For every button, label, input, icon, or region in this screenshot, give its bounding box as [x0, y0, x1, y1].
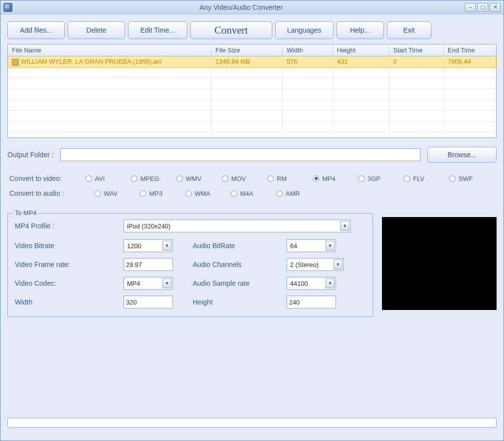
radio-icon — [231, 190, 237, 197]
help-button[interactable]: Help... — [336, 21, 384, 39]
audio-format-label: Convert to audio : — [9, 189, 94, 197]
width-input[interactable] — [124, 296, 173, 309]
radio-icon — [222, 176, 228, 182]
video-format-flv[interactable]: FLV — [404, 175, 449, 182]
video-format-mpeg[interactable]: MPEG — [131, 175, 176, 182]
languages-button[interactable]: Languages — [275, 21, 334, 39]
add-files-button[interactable]: Add files... — [7, 21, 65, 39]
output-folder-input[interactable] — [60, 148, 420, 161]
video-format-rm[interactable]: RM — [267, 175, 313, 182]
video-format-group: AVIMPEGWMVMOVRMMP43GPFLVSWF — [85, 175, 495, 182]
cell-start-time: 0 — [389, 56, 444, 67]
encoding-title: To MP4 — [13, 209, 39, 217]
radio-icon — [140, 190, 146, 197]
audio-channels-label: Audio Channels — [193, 261, 287, 268]
table-row[interactable]: WILLIAM WYLER. LA GRAN PRUEBA (1956).avi… — [8, 56, 496, 67]
header-end-time[interactable]: End Time — [444, 44, 496, 56]
format-section: Convert to video: AVIMPEGWMVMOVRMMP43GPF… — [9, 175, 495, 204]
audio-format-m4a[interactable]: M4A — [231, 190, 276, 197]
radio-label: WMA — [195, 190, 210, 197]
video-format-3gp[interactable]: 3GP — [358, 175, 404, 182]
radio-label: WMV — [186, 175, 202, 182]
table-header: File Name File Size Width Height Start T… — [8, 44, 496, 56]
audio-sample-rate-dropdown[interactable]: 44100▼ — [287, 277, 336, 290]
table-row[interactable] — [8, 78, 496, 89]
delete-button[interactable]: Delete — [68, 21, 125, 39]
height-label: Height — [193, 298, 287, 306]
chevron-down-icon: ▼ — [326, 278, 335, 288]
radio-label: MOV — [231, 175, 246, 182]
audio-format-amr[interactable]: AMR — [276, 190, 322, 197]
exit-button[interactable]: Exit — [387, 21, 431, 39]
chevron-down-icon: ▼ — [334, 260, 342, 269]
settings-grid: Video Bitrate 1200▼ Audio BitRate 64▼ Vi… — [15, 239, 366, 309]
header-width[interactable]: Width — [283, 44, 333, 56]
audio-format-row: Convert to audio : WAVMP3WMAM4AAMR — [9, 189, 495, 197]
cell-height: 432 — [333, 56, 389, 67]
video-bitrate-label: Video Bitrate — [15, 242, 124, 250]
audio-format-mp3[interactable]: MP3 — [140, 190, 185, 197]
video-format-swf[interactable]: SWF — [449, 175, 495, 182]
video-format-avi[interactable]: AVI — [85, 175, 131, 182]
progress-bar — [7, 418, 497, 428]
audio-format-wma[interactable]: WMA — [185, 190, 231, 197]
browse-button[interactable]: Browse... — [427, 147, 497, 163]
video-format-wmv[interactable]: WMV — [176, 175, 222, 182]
width-label: Width — [15, 298, 124, 306]
radio-label: MP3 — [149, 190, 163, 197]
audio-bitrate-label: Audio BitRate — [193, 242, 287, 250]
header-height[interactable]: Height — [333, 44, 389, 56]
video-format-mov[interactable]: MOV — [222, 175, 267, 182]
close-button[interactable]: ✕ — [490, 3, 501, 12]
video-codec-value: MP4 — [127, 280, 163, 287]
radio-icon — [358, 176, 365, 182]
radio-label: SWF — [459, 175, 473, 182]
toolbar: Add files... Delete Edit Time... Convert… — [0, 14, 504, 44]
video-format-mp4[interactable]: MP4 — [313, 175, 358, 182]
audio-format-group: WAVMP3WMAM4AAMR — [94, 190, 495, 197]
radio-icon — [404, 176, 410, 182]
height-input[interactable] — [287, 296, 336, 309]
maximize-button[interactable]: ▢ — [477, 3, 488, 12]
audio-sample-rate-value: 44100 — [290, 280, 326, 287]
radio-label: MPEG — [140, 175, 159, 182]
radio-label: FLV — [413, 175, 424, 182]
cell-end-time: 7908,44 — [444, 56, 496, 67]
app-window: Any Video/Audio Converter – ▢ ✕ Add file… — [0, 0, 504, 441]
edit-time-button[interactable]: Edit Time... — [128, 21, 187, 39]
audio-channels-dropdown[interactable]: 2 (Stereo)▼ — [287, 258, 344, 271]
cell-width: 576 — [283, 56, 333, 67]
output-folder-label: Output Folder : — [7, 151, 53, 159]
radio-icon — [131, 176, 137, 182]
header-start-time[interactable]: Start Time — [389, 44, 444, 56]
table-row[interactable] — [8, 122, 496, 132]
table-row[interactable] — [8, 100, 496, 111]
minimize-button[interactable]: – — [465, 3, 476, 12]
radio-label: WAV — [104, 190, 118, 197]
video-format-label: Convert to video: — [9, 175, 85, 182]
radio-icon — [313, 176, 319, 182]
titlebar: Any Video/Audio Converter – ▢ ✕ — [0, 0, 504, 14]
app-icon — [3, 3, 12, 12]
audio-format-wav[interactable]: WAV — [94, 190, 140, 197]
video-bitrate-dropdown[interactable]: 1200▼ — [124, 239, 173, 252]
audio-bitrate-dropdown[interactable]: 64▼ — [287, 239, 336, 252]
table-row[interactable] — [8, 111, 496, 122]
convert-button[interactable]: Convert — [190, 21, 272, 39]
radio-icon — [185, 190, 192, 197]
header-file-name[interactable]: File Name — [8, 44, 211, 56]
header-file-size[interactable]: File Size — [211, 44, 283, 56]
video-codec-dropdown[interactable]: MP4▼ — [124, 277, 173, 290]
profile-row: MP4 Profile : iPod (320x240) ▼ — [15, 220, 366, 232]
encoding-row: To MP4 MP4 Profile : iPod (320x240) ▼ Vi… — [7, 213, 497, 317]
chevron-down-icon: ▼ — [163, 278, 171, 288]
audio-bitrate-value: 64 — [290, 242, 326, 250]
radio-label: AVI — [95, 175, 105, 182]
table-row[interactable] — [8, 89, 496, 100]
profile-dropdown[interactable]: iPod (320x240) ▼ — [124, 220, 351, 232]
radio-icon — [176, 176, 183, 182]
video-frame-rate-input[interactable] — [124, 258, 173, 271]
table-row[interactable] — [8, 67, 496, 78]
progress-area — [7, 398, 497, 428]
preview-panel — [382, 217, 497, 310]
